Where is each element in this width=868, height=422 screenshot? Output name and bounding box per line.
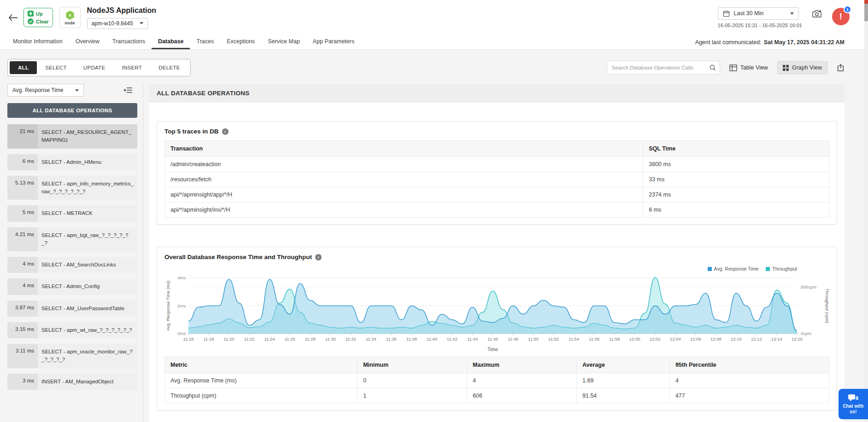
alerts-avatar-button[interactable]: ! 1	[832, 8, 850, 25]
table-view-button[interactable]: Table View	[729, 64, 768, 71]
table-cell: Throughput (cpm)	[165, 388, 358, 404]
db-operation-item[interactable]: 3.87 msSELECT - AM_UserPasswordTable	[7, 301, 137, 317]
health-label: Clear	[36, 19, 49, 24]
svg-text:11:36: 11:36	[386, 336, 397, 341]
tab-monitor-information[interactable]: Monitor Information	[6, 35, 69, 49]
top-traces-title: Top 5 traces in DB	[164, 128, 219, 135]
db-operation-item[interactable]: 4.21 msSELECT - apm_bgt_raw_?_?_?_?_?_?	[7, 227, 137, 252]
db-operation-item[interactable]: 3.15 msSELECT - apm_wt_raw_?_?_?_?_?_?	[7, 322, 137, 338]
tab-exceptions[interactable]: Exceptions	[220, 35, 261, 49]
svg-text:11:34: 11:34	[366, 336, 376, 341]
svg-text:11:40: 11:40	[427, 336, 437, 341]
monitor-status-box: Up Clear	[23, 8, 53, 27]
db-operation-item[interactable]: 3.11 msSELECT - apm_oracle_monitor_raw_?…	[7, 344, 137, 368]
legend-item-throughput[interactable]: Throughput	[766, 266, 797, 272]
operation-time: 4 ms	[7, 278, 38, 295]
legend-label: Throughput	[772, 266, 797, 272]
check-circle-icon	[28, 18, 34, 24]
operation-time: 5.13 ms	[7, 176, 38, 200]
page-scrollbar[interactable]	[864, 0, 868, 422]
legend-label: Avg. Response Time	[714, 266, 759, 272]
tab-overview[interactable]: Overview	[69, 35, 106, 49]
section-title: ALL DATABASE OPERATIONS	[149, 84, 845, 103]
table-cell: 1.69	[577, 373, 670, 388]
table-cell: 6 ms	[643, 202, 829, 218]
table-cell: 4	[467, 373, 577, 388]
svg-text:11:16: 11:16	[183, 336, 194, 341]
operation-time: 4.21 ms	[7, 227, 38, 252]
db-operation-item[interactable]: 5.13 msSELECT - apm_info_memory_metrics_…	[7, 176, 137, 200]
export-share-button[interactable]	[837, 64, 845, 72]
tab-list: Monitor InformationOverviewTransactionsD…	[6, 35, 361, 49]
table-head: MetricMinimumMaximumAverage95th Percenti…	[165, 357, 829, 373]
operation-time: 4 ms	[7, 257, 38, 273]
table-cell: /admin/createaction	[165, 157, 643, 172]
svg-text:11:20: 11:20	[224, 336, 235, 341]
svg-text:0cpm: 0cpm	[801, 331, 811, 336]
svg-text:11:42: 11:42	[447, 336, 457, 341]
tab-database[interactable]: Database	[152, 35, 190, 49]
db-operation-item[interactable]: 4 msSELECT - Admin_Config	[7, 278, 137, 295]
filter-all[interactable]: ALL	[10, 61, 37, 74]
tab-transactions[interactable]: Transactions	[106, 35, 152, 49]
info-icon[interactable]	[222, 128, 229, 135]
svg-text:11:58: 11:58	[609, 336, 620, 341]
filter-update[interactable]: UPDATE	[75, 61, 114, 74]
column-header: Minimum	[358, 357, 467, 373]
svg-text:11:22: 11:22	[244, 336, 255, 341]
svg-text:500cpm: 500cpm	[801, 284, 816, 289]
db-operation-item[interactable]: 6 msSELECT - Admin_HMenu	[7, 154, 137, 170]
operation-time: 3.87 ms	[7, 301, 38, 317]
tab-service-map[interactable]: Service Map	[261, 35, 306, 49]
agent-timestamp: Sat May 17, 2025 04:31:22 AM	[764, 39, 845, 46]
info-icon[interactable]	[315, 254, 322, 260]
time-range-block: Last 30 Min 16-05-2025 15:31 - 16-05-202…	[718, 7, 802, 28]
metrics-table: MetricMinimumMaximumAverage95th Percenti…	[164, 357, 829, 404]
svg-text:11:44: 11:44	[467, 336, 478, 341]
svg-text:n: n	[69, 13, 71, 17]
back-arrow-button[interactable]	[8, 14, 18, 22]
legend-item-avg-response-time[interactable]: Avg. Response Time	[708, 266, 759, 272]
table-cell: 477	[669, 388, 829, 404]
chevron-down-icon	[140, 22, 143, 24]
top-traces-card: Top 5 traces in DB TransactionSQL Time/a…	[157, 121, 837, 225]
table-cell: 1	[358, 388, 467, 404]
all-database-operations-button[interactable]: ALL DATABASE OPERATIONS	[7, 103, 137, 118]
tab-traces[interactable]: Traces	[190, 35, 220, 49]
db-operation-item[interactable]: 5 msSELECT - METRACK	[7, 205, 137, 221]
svg-text:12:14: 12:14	[771, 336, 782, 341]
column-header: Metric	[165, 357, 358, 373]
search-input[interactable]	[607, 61, 720, 75]
tab-app-parameters[interactable]: App Parameters	[306, 35, 361, 49]
chart-legend: Avg. Response TimeThroughput	[164, 266, 829, 272]
operation-label: SELECT - METRACK	[38, 205, 96, 221]
table-row: Throughput (cpm)160691.54477	[165, 388, 829, 404]
sidebar-head: Avg. Response Time	[7, 84, 137, 97]
search-icon[interactable]	[710, 64, 716, 71]
db-operation-item[interactable]: 3 msINSERT - AM_ManagedObject	[7, 374, 137, 390]
operation-label: SELECT - Admin_HMenu	[38, 154, 105, 170]
chat-widget-button[interactable]: Chat with us!	[839, 389, 868, 419]
instance-dropdown[interactable]: apm-w10-9:8445	[87, 18, 148, 29]
svg-text:11:54: 11:54	[569, 336, 579, 341]
filter-delete[interactable]: DELETE	[150, 61, 188, 74]
svg-text:2ms: 2ms	[177, 303, 186, 308]
db-operation-item[interactable]: 21 msSELECT - AM_RESOURCE_AGENT_MAPPING)	[7, 124, 137, 149]
nodejs-hexagon-icon: n	[65, 10, 75, 20]
svg-text:Time: Time	[487, 347, 498, 352]
screenshot-camera-button[interactable]	[812, 10, 822, 18]
sort-metric-dropdown[interactable]: Avg. Response Time	[7, 84, 84, 97]
filter-select[interactable]: SELECT	[37, 61, 75, 74]
alert-count-badge: 1	[844, 6, 851, 13]
graph-view-button[interactable]: Graph View	[777, 61, 827, 74]
filter-insert[interactable]: INSERT	[113, 61, 150, 74]
collapse-panel-icon[interactable]	[123, 87, 133, 94]
agent-last-communicated: Agent last communicated: Sat May 17, 202…	[695, 35, 845, 49]
svg-text:0ms: 0ms	[177, 331, 186, 336]
table-head: TransactionSQL Time	[165, 141, 829, 157]
time-range-detail: 16-05-2025 15:31 - 16-05-2025 16:01	[718, 23, 802, 28]
time-range-dropdown[interactable]: Last 30 Min	[718, 7, 799, 20]
table-body: Avg. Response Time (ms)041.694Throughput…	[165, 373, 829, 404]
table-cell: 0	[358, 373, 467, 388]
db-operation-item[interactable]: 4 msSELECT - AM_SearchDocLinks	[7, 257, 137, 273]
